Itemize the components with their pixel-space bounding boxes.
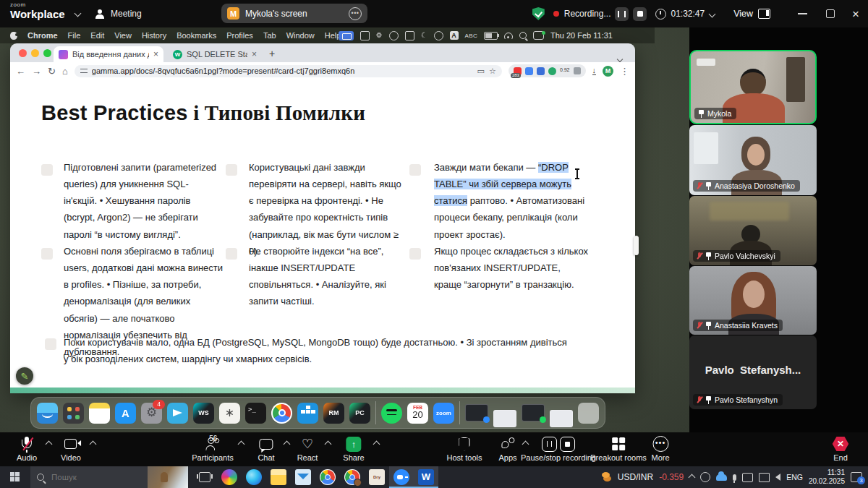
finder-icon[interactable] bbox=[37, 403, 58, 424]
participant-tile-doroshenko[interactable]: Anastasiya Doroshenko bbox=[689, 125, 817, 195]
menu-file[interactable]: File bbox=[68, 31, 81, 40]
home-icon[interactable]: ⌂ bbox=[62, 67, 68, 76]
forward-icon[interactable]: → bbox=[32, 67, 41, 76]
screen-sharing-icon[interactable] bbox=[339, 31, 354, 40]
tray-mic-icon[interactable] bbox=[733, 474, 736, 481]
chrome-taskbar-button[interactable] bbox=[315, 466, 340, 488]
react-chevron-up-icon[interactable] bbox=[325, 441, 332, 448]
browser-tab-gamma[interactable]: Від введення даних до кори × bbox=[54, 46, 163, 62]
taskbar-clock[interactable]: 11:3120.02.2025 bbox=[809, 468, 845, 487]
value-extension-icon[interactable]: 0.92 bbox=[560, 67, 570, 75]
share-button[interactable]: ↑ Share bbox=[343, 436, 364, 462]
translate-extension-icon[interactable] bbox=[525, 67, 533, 75]
word-taskbar-button[interactable]: W bbox=[414, 466, 438, 488]
share-options-ellipsis-icon[interactable]: ••• bbox=[349, 7, 362, 20]
menu-tab[interactable]: Tab bbox=[263, 31, 276, 40]
currency-value[interactable]: -0.359 bbox=[659, 472, 684, 482]
tab-meeting[interactable]: Meeting bbox=[94, 0, 142, 27]
breakout-rooms-button[interactable]: Breakout rooms bbox=[590, 436, 647, 462]
traffic-light-zoom[interactable] bbox=[43, 49, 51, 57]
menu-view[interactable]: View bbox=[114, 31, 132, 40]
moon-icon[interactable]: ☾ bbox=[421, 32, 427, 39]
onedrive-icon[interactable] bbox=[716, 474, 727, 481]
bookmark-star-icon[interactable]: ☆ bbox=[489, 67, 496, 75]
rubymine-icon[interactable]: RM bbox=[323, 403, 344, 424]
notes-icon[interactable] bbox=[89, 403, 110, 424]
headphones-icon[interactable] bbox=[434, 31, 443, 40]
react-button[interactable]: ♡ React bbox=[297, 436, 318, 462]
timer-chevron-down-icon[interactable] bbox=[709, 10, 716, 17]
participant-tile-valchevskyi[interactable]: Pavlo Valchevskyi bbox=[689, 196, 817, 265]
maximize-button[interactable] bbox=[826, 9, 835, 18]
pause-stop-recording-button[interactable]: Pause/stop recording bbox=[521, 436, 596, 462]
blue-extension-icon[interactable] bbox=[537, 67, 545, 75]
edit-pencil-button[interactable]: ✎ bbox=[16, 367, 33, 385]
tray-chevron-up-icon[interactable] bbox=[689, 474, 696, 481]
task-view-button[interactable] bbox=[192, 466, 217, 488]
chat-chevron-up-icon[interactable] bbox=[284, 441, 291, 448]
system-settings-icon[interactable]: ⚙4 bbox=[141, 403, 162, 424]
zoom-dock-icon[interactable]: zoom bbox=[433, 403, 454, 424]
tray-device-icon[interactable] bbox=[742, 473, 753, 482]
gear-icon[interactable]: ⚙ bbox=[376, 32, 383, 39]
participant-tile-kravets[interactable]: Anastasiia Kravets bbox=[689, 266, 817, 335]
user-status-icon[interactable] bbox=[533, 31, 544, 40]
apps-button[interactable]: Apps bbox=[498, 436, 516, 462]
downloads-icon[interactable]: ↓ bbox=[592, 67, 597, 75]
play-circle-icon[interactable] bbox=[389, 31, 399, 40]
stop-recording-button[interactable] bbox=[633, 7, 647, 21]
speaker-icon[interactable] bbox=[775, 474, 780, 481]
cast-icon[interactable]: ▭ bbox=[477, 67, 485, 75]
participant-tile-mykola[interactable]: Mykola bbox=[689, 50, 817, 124]
menu-chrome[interactable]: Chrome bbox=[27, 31, 58, 40]
chrome-menu-icon[interactable]: ⋮ bbox=[620, 67, 629, 76]
chat-button[interactable]: Chat bbox=[258, 436, 274, 462]
site-settings-icon[interactable] bbox=[80, 68, 88, 74]
zoom-taskbar-button[interactable] bbox=[389, 466, 414, 488]
pause-recording-button[interactable] bbox=[615, 7, 629, 21]
menu-window[interactable]: Window bbox=[286, 31, 315, 40]
telegram-icon[interactable] bbox=[167, 403, 188, 424]
docker-icon[interactable] bbox=[297, 403, 318, 424]
terminal-icon[interactable]: >_ bbox=[245, 403, 266, 424]
notification-center-icon[interactable]: 3 bbox=[851, 472, 862, 482]
menu-edit[interactable]: Edit bbox=[90, 31, 104, 40]
calendar-icon[interactable]: FEB20 bbox=[407, 403, 428, 424]
keyboard-layout-label[interactable]: ABC bbox=[465, 33, 477, 39]
shared-screen-pill[interactable]: M Mykola's screen ••• bbox=[221, 4, 367, 23]
address-bar[interactable]: gamma.app/docs/-8qvqfuc6a6n1pgl?mode=pre… bbox=[75, 65, 502, 77]
audio-button[interactable]: Audio bbox=[17, 436, 37, 462]
participant-tile-stefanyshyn[interactable]: Pavlo Stefanysh... Pavlo Stefanyshyn bbox=[689, 335, 817, 409]
menu-bookmarks[interactable]: Bookmarks bbox=[176, 31, 216, 40]
tab-close-icon[interactable]: × bbox=[252, 49, 257, 59]
minimized-window-thumbnail[interactable] bbox=[493, 410, 516, 427]
windows-search-box[interactable] bbox=[30, 466, 188, 488]
language-indicator[interactable]: ENG bbox=[786, 473, 803, 481]
apple-menu-icon[interactable] bbox=[10, 32, 17, 40]
menu-history[interactable]: History bbox=[142, 31, 166, 40]
trash-icon[interactable] bbox=[578, 403, 599, 424]
adblock-extension-icon[interactable]: 283 bbox=[514, 67, 522, 75]
minimized-window-thumbnail[interactable] bbox=[522, 404, 545, 421]
video-button[interactable]: Video bbox=[61, 436, 81, 462]
profile-avatar[interactable]: M bbox=[603, 66, 613, 77]
share-chevron-up-icon[interactable] bbox=[373, 441, 380, 448]
end-button[interactable]: ✕ End bbox=[832, 436, 849, 462]
chrome-dock-icon[interactable] bbox=[271, 403, 292, 424]
tab-close-icon[interactable]: × bbox=[153, 49, 158, 59]
extensions-puzzle-icon[interactable] bbox=[574, 67, 581, 74]
menu-profiles[interactable]: Profiles bbox=[226, 31, 253, 40]
currency-widget-icon[interactable] bbox=[602, 472, 612, 482]
green-extension-icon[interactable] bbox=[548, 67, 556, 75]
edge-button[interactable] bbox=[242, 466, 266, 488]
chatgpt-icon[interactable]: ∗ bbox=[219, 403, 240, 424]
webstorm-icon[interactable]: WS bbox=[193, 403, 214, 424]
new-tab-button[interactable]: + bbox=[269, 48, 275, 59]
scrollbar-thumb[interactable] bbox=[634, 236, 639, 255]
stop-recording-icon[interactable] bbox=[560, 437, 575, 452]
pause-recording-icon[interactable] bbox=[542, 437, 557, 452]
pycharm-icon[interactable]: PC bbox=[349, 403, 370, 424]
tray-app-icon[interactable] bbox=[700, 472, 710, 482]
start-button[interactable] bbox=[0, 466, 30, 488]
wifi-icon[interactable] bbox=[504, 33, 513, 39]
